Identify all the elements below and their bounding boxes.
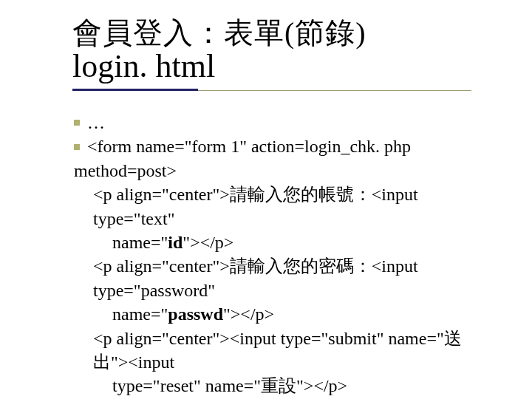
text-bold-passwd: passwd [168, 304, 223, 324]
text-bold-id: id [168, 233, 183, 252]
slide-title: 會員登入：表單(節錄) login. html [72, 16, 366, 84]
text: … [87, 113, 105, 132]
text: <form name="form 1" action=login_chk. ph… [74, 137, 415, 180]
slide-body: … <form name="form 1" action=login_chk. … [74, 111, 473, 399]
underline-thick [72, 89, 198, 91]
body-line-p2-b: name="passwd"></p> [74, 302, 473, 326]
text-prefix: name=" [112, 304, 168, 324]
text: <p align="center">請輸入您的帳號：<input type="t… [93, 185, 423, 228]
slide: 會員登入：表單(節錄) login. html … <form name="fo… [0, 0, 532, 399]
title-line-1: 會員登入：表單(節錄) [72, 16, 366, 50]
title-underline [72, 89, 479, 93]
text: <p align="center">請輸入您的密碼：<input type="p… [93, 256, 423, 299]
body-line-p3-b: type="reset" name="重設"></p> [74, 374, 473, 398]
bullet-icon [74, 144, 80, 150]
text: type="reset" name="重設"></p> [112, 376, 347, 395]
text-suffix: "></p> [223, 304, 274, 324]
body-line-p1-b: name="id"></p> [74, 231, 473, 254]
text: <p align="center"><input type="submit" n… [93, 329, 462, 372]
title-line-2: login. html [72, 49, 366, 84]
body-line-p3-a: <p align="center"><input type="submit" n… [74, 327, 473, 375]
body-line-form-open: <form name="form 1" action=login_chk. ph… [74, 134, 473, 183]
body-line-ellipsis-top: … [74, 111, 473, 134]
body-line-p2-a: <p align="center">請輸入您的密碼：<input type="p… [74, 254, 473, 302]
text-prefix: name=" [112, 233, 168, 252]
body-line-p1-a: <p align="center">請輸入您的帳號：<input type="t… [74, 183, 473, 231]
text-suffix: "></p> [183, 233, 233, 252]
bullet-icon [74, 120, 80, 126]
